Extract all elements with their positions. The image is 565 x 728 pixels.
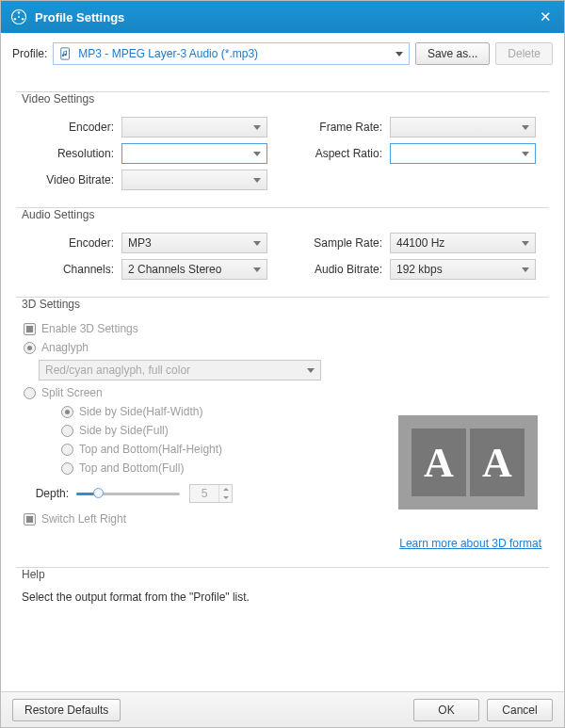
help-text: Select the output format from the "Profi…	[16, 587, 549, 607]
tab-full-label: Top and Bottom(Full)	[79, 461, 184, 475]
channels-label: Channels:	[16, 263, 121, 276]
switch-lr-row: Switch Left Right	[16, 512, 549, 526]
chevron-down-icon	[253, 267, 261, 272]
tab-half-radio[interactable]	[61, 444, 73, 456]
switch-lr-checkbox[interactable]	[24, 513, 36, 526]
sbs-half-radio[interactable]	[61, 406, 73, 418]
audio-settings-section: Audio Settings Encoder: MP3 Sample Rate:…	[16, 207, 549, 280]
svg-point-2	[14, 18, 16, 20]
audio-bitrate-label: Audio Bitrate:	[296, 263, 390, 276]
titlebar: Profile Settings ✕	[1, 1, 564, 33]
content-area: Video Settings Encoder: Frame Rate: Reso…	[1, 71, 564, 691]
help-section: Help Select the output format from the "…	[16, 567, 549, 607]
app-icon	[10, 8, 27, 25]
restore-defaults-button[interactable]: Restore Defaults	[12, 699, 121, 721]
aspect-label: Aspect Ratio:	[296, 147, 390, 160]
profile-value: MP3 - MPEG Layer-3 Audio (*.mp3)	[78, 47, 258, 60]
framerate-label: Frame Rate:	[296, 121, 390, 134]
enable-3d-row: Enable 3D Settings	[16, 322, 549, 335]
framerate-select[interactable]	[390, 117, 536, 138]
profile-label: Profile:	[12, 47, 47, 60]
split-row: Split Screen	[16, 386, 549, 399]
threed-preview-left: A	[412, 429, 466, 496]
cancel-button[interactable]: Cancel	[487, 699, 553, 721]
window-title: Profile Settings	[35, 10, 536, 24]
anaglyph-radio[interactable]	[24, 342, 36, 354]
video-encoder-select[interactable]	[121, 117, 267, 138]
depth-spin[interactable]: 5	[189, 484, 233, 503]
aspect-select[interactable]	[390, 143, 536, 164]
video-bitrate-select[interactable]	[121, 170, 267, 190]
audio-section-title: Audio Settings	[20, 208, 100, 221]
sbs-full-label: Side by Side(Full)	[79, 424, 169, 437]
chevron-down-icon	[307, 368, 315, 373]
sbs-half-label: Side by Side(Half-Width)	[79, 405, 202, 418]
switch-lr-label: Switch Left Right	[41, 512, 126, 526]
spin-down-icon[interactable]	[219, 493, 232, 502]
split-radio[interactable]	[24, 387, 36, 399]
chevron-down-icon	[522, 267, 529, 272]
threed-preview: A A	[398, 415, 538, 510]
audio-bitrate-select[interactable]: 192 kbps	[390, 259, 536, 280]
svg-point-3	[22, 18, 24, 20]
samplerate-select[interactable]: 44100 Hz	[390, 233, 536, 253]
audio-encoder-select[interactable]: MP3	[121, 233, 267, 253]
threed-preview-right: A	[470, 429, 525, 496]
anaglyph-label: Anaglyph	[41, 341, 89, 354]
chevron-down-icon	[522, 241, 529, 246]
chevron-down-icon	[253, 241, 261, 246]
threed-section-title: 3D Settings	[20, 298, 86, 311]
anaglyph-row: Anaglyph	[16, 341, 549, 354]
channels-select[interactable]: 2 Channels Stereo	[121, 259, 267, 280]
samplerate-label: Sample Rate:	[296, 236, 390, 250]
chevron-down-icon	[396, 52, 403, 57]
split-label: Split Screen	[41, 386, 103, 399]
profile-select[interactable]: MP3 - MPEG Layer-3 Audio (*.mp3)	[53, 42, 410, 65]
tab-full-radio[interactable]	[61, 462, 73, 475]
ok-button[interactable]: OK	[413, 699, 479, 721]
svg-point-4	[18, 16, 20, 18]
learn-more-link[interactable]: Learn more about 3D format	[399, 537, 541, 550]
resolution-label: Resolution:	[16, 147, 121, 160]
footer: Restore Defaults OK Cancel	[1, 691, 564, 727]
anaglyph-select: Red/cyan anaglyph, full color	[39, 360, 321, 380]
chevron-down-icon	[522, 152, 529, 156]
spin-up-icon[interactable]	[219, 485, 232, 493]
audio-encoder-label: Encoder:	[16, 236, 121, 250]
tab-half-label: Top and Bottom(Half-Height)	[79, 443, 222, 456]
close-icon[interactable]: ✕	[536, 8, 555, 25]
profile-row: Profile: MP3 - MPEG Layer-3 Audio (*.mp3…	[1, 33, 564, 71]
chevron-down-icon	[253, 152, 261, 156]
enable-3d-label: Enable 3D Settings	[41, 322, 138, 335]
video-section-title: Video Settings	[20, 92, 100, 105]
save-as-button[interactable]: Save as...	[415, 42, 490, 65]
video-settings-section: Video Settings Encoder: Frame Rate: Reso…	[16, 91, 549, 190]
profile-settings-window: Profile Settings ✕ Profile: MP3 - MPEG L…	[0, 0, 565, 728]
anaglyph-combo-row: Red/cyan anaglyph, full color	[16, 360, 549, 380]
chevron-down-icon	[522, 125, 529, 130]
sbs-full-radio[interactable]	[61, 425, 73, 437]
enable-3d-checkbox[interactable]	[24, 323, 36, 335]
depth-label: Depth:	[16, 487, 76, 500]
help-section-title: Help	[20, 568, 51, 581]
video-encoder-label: Encoder:	[16, 121, 121, 134]
music-file-icon	[59, 47, 73, 60]
delete-button: Delete	[495, 42, 553, 65]
depth-slider[interactable]	[76, 486, 180, 501]
chevron-down-icon	[253, 178, 261, 183]
video-bitrate-label: Video Bitrate:	[16, 173, 121, 186]
svg-point-1	[18, 11, 20, 13]
resolution-select[interactable]	[121, 143, 267, 164]
chevron-down-icon	[253, 125, 261, 130]
